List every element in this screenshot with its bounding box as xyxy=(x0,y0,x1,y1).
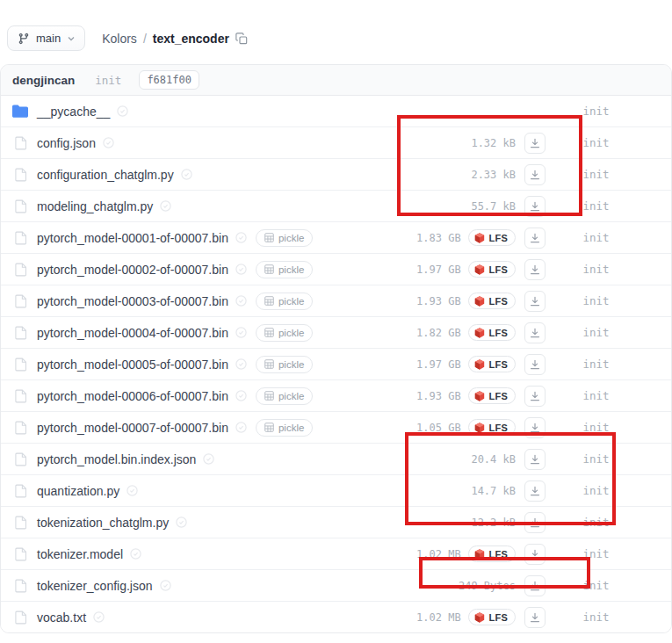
download-button[interactable] xyxy=(524,228,546,249)
file-icon xyxy=(12,547,28,561)
row-commit-message-link[interactable]: init xyxy=(550,231,642,244)
pickle-grid-icon xyxy=(264,233,274,242)
file-info-icon xyxy=(126,485,138,496)
pickle-badge[interactable]: pickle xyxy=(256,293,313,310)
file-name-link[interactable]: pytorch_model-00005-of-00007.bin xyxy=(37,358,228,372)
download-button[interactable] xyxy=(524,196,546,217)
download-button[interactable] xyxy=(524,322,546,343)
branch-selector[interactable]: main xyxy=(7,25,85,51)
file-size: 2.33 kB xyxy=(471,169,516,181)
row-commit-message-link[interactable]: init xyxy=(550,579,642,592)
file-row[interactable]: pytorch_model-00004-of-00007.bin pickle … xyxy=(1,316,671,348)
download-button[interactable] xyxy=(524,259,546,280)
pickle-badge[interactable]: pickle xyxy=(256,356,313,373)
download-button[interactable] xyxy=(524,417,546,438)
file-row[interactable]: vocab.txt 1.02 MB LFS init xyxy=(1,601,671,632)
pickle-badge[interactable]: pickle xyxy=(256,419,313,437)
row-commit-message-link[interactable]: init xyxy=(550,358,642,371)
file-info-icon xyxy=(93,611,105,623)
copy-path-icon[interactable] xyxy=(235,33,248,45)
row-commit-message-link[interactable]: init xyxy=(550,326,642,339)
download-button[interactable] xyxy=(524,575,546,596)
file-row-left: quantization.py xyxy=(12,484,358,498)
file-row[interactable]: pytorch_model-00005-of-00007.bin pickle … xyxy=(1,348,671,379)
file-row[interactable]: configuration_chatglm.py 2.33 kB init xyxy=(1,158,671,190)
file-name-link[interactable]: pytorch_model-00007-of-00007.bin xyxy=(37,421,228,435)
row-commit-message-link[interactable]: init xyxy=(550,516,642,529)
file-row[interactable]: tokenization_chatglm.py 12.2 kB init xyxy=(1,506,671,538)
pickle-badge[interactable]: pickle xyxy=(256,229,313,247)
file-row[interactable]: pytorch_model-00006-of-00007.bin pickle … xyxy=(1,379,671,411)
lfs-badge-label: LFS xyxy=(489,359,508,370)
file-row[interactable]: quantization.py 14.7 kB init xyxy=(1,474,671,506)
file-icon xyxy=(12,263,28,277)
file-row[interactable]: pytorch_model-00003-of-00007.bin pickle … xyxy=(1,285,671,316)
download-button[interactable] xyxy=(524,133,546,154)
file-name-link[interactable]: pytorch_model-00002-of-00007.bin xyxy=(37,263,228,277)
download-button[interactable] xyxy=(524,386,546,407)
row-commit-message-link[interactable]: init xyxy=(550,547,642,560)
file-name-link[interactable]: pytorch_model-00001-of-00007.bin xyxy=(37,231,228,245)
pickle-badge[interactable]: pickle xyxy=(256,387,313,405)
file-name-link[interactable]: modeling_chatglm.py xyxy=(37,199,153,213)
file-row[interactable]: __pycache__ init xyxy=(1,96,671,126)
download-button[interactable] xyxy=(524,354,546,375)
pickle-grid-icon xyxy=(264,391,274,401)
breadcrumb-current-path: text_encoder xyxy=(153,32,229,46)
download-button[interactable] xyxy=(524,164,546,185)
file-name-link[interactable]: vocab.txt xyxy=(37,610,86,625)
file-name-link[interactable]: pytorch_model-00004-of-00007.bin xyxy=(37,326,228,340)
row-commit-message-link[interactable]: init xyxy=(550,389,642,402)
pickle-badge-label: pickle xyxy=(278,264,304,275)
lfs-cube-icon xyxy=(474,264,485,275)
download-button[interactable] xyxy=(524,607,546,628)
row-commit-message-link[interactable]: init xyxy=(550,294,642,307)
file-meta: 1.02 MB LFS xyxy=(358,609,516,625)
row-commit-message-link[interactable]: init xyxy=(550,421,642,434)
file-name-link[interactable]: configuration_chatglm.py xyxy=(37,168,174,182)
pickle-badge-label: pickle xyxy=(278,391,304,401)
row-commit-message-link[interactable]: init xyxy=(550,452,642,466)
lfs-badge-label: LFS xyxy=(489,612,508,623)
row-commit-message-link[interactable]: init xyxy=(550,136,642,149)
download-button[interactable] xyxy=(524,480,546,502)
file-name-link[interactable]: pytorch_model.bin.index.json xyxy=(37,452,196,466)
file-row[interactable]: tokenizer.model 1.02 MB LFS init xyxy=(1,538,671,569)
row-commit-message-link[interactable]: init xyxy=(550,199,642,213)
pickle-badge[interactable]: pickle xyxy=(256,261,313,278)
file-size: 1.83 GB xyxy=(416,232,461,244)
file-row[interactable]: config.json 1.32 kB init xyxy=(1,126,671,158)
download-button[interactable] xyxy=(524,512,546,533)
file-name-link[interactable]: quantization.py xyxy=(37,484,119,498)
download-button[interactable] xyxy=(524,544,546,565)
file-name-link[interactable]: tokenizer.model xyxy=(37,547,123,561)
file-name-link[interactable]: tokenizer_config.json xyxy=(37,579,153,593)
breadcrumb-repo-link[interactable]: Kolors xyxy=(102,32,137,46)
file-row[interactable]: pytorch_model.bin.index.json 20.4 kB ini… xyxy=(1,443,671,474)
row-commit-message-link[interactable]: init xyxy=(550,168,642,181)
row-commit-message-link[interactable]: init xyxy=(550,263,642,276)
file-name-link[interactable]: pytorch_model-00003-of-00007.bin xyxy=(37,294,228,308)
row-commit-message-link[interactable]: init xyxy=(550,610,642,624)
download-button[interactable] xyxy=(524,291,546,312)
file-row[interactable]: modeling_chatglm.py 55.7 kB init xyxy=(1,190,671,221)
commit-message-link[interactable]: init xyxy=(95,74,121,87)
file-row[interactable]: pytorch_model-00007-of-00007.bin pickle … xyxy=(1,411,671,443)
row-commit-message-link[interactable]: init xyxy=(550,484,642,497)
download-button[interactable] xyxy=(524,449,546,470)
file-row[interactable]: pytorch_model-00002-of-00007.bin pickle … xyxy=(1,253,671,285)
file-info-icon xyxy=(181,169,192,180)
pickle-badge[interactable]: pickle xyxy=(256,324,313,342)
lfs-badge: LFS xyxy=(468,419,516,436)
commit-hash-badge[interactable]: f681f00 xyxy=(139,70,199,90)
commit-author-link[interactable]: dengjincan xyxy=(12,74,75,87)
file-name-link[interactable]: config.json xyxy=(37,136,96,150)
file-name-link[interactable]: __pycache__ xyxy=(37,105,110,119)
folder-icon xyxy=(12,105,28,118)
file-row-left: pytorch_model.bin.index.json xyxy=(12,452,358,466)
file-name-link[interactable]: pytorch_model-00006-of-00007.bin xyxy=(37,389,228,403)
file-row[interactable]: tokenizer_config.json 249 Bytes init xyxy=(1,569,671,601)
file-name-link[interactable]: tokenization_chatglm.py xyxy=(37,516,169,530)
row-commit-message-link[interactable]: init xyxy=(550,105,642,118)
file-row[interactable]: pytorch_model-00001-of-00007.bin pickle … xyxy=(1,221,671,253)
